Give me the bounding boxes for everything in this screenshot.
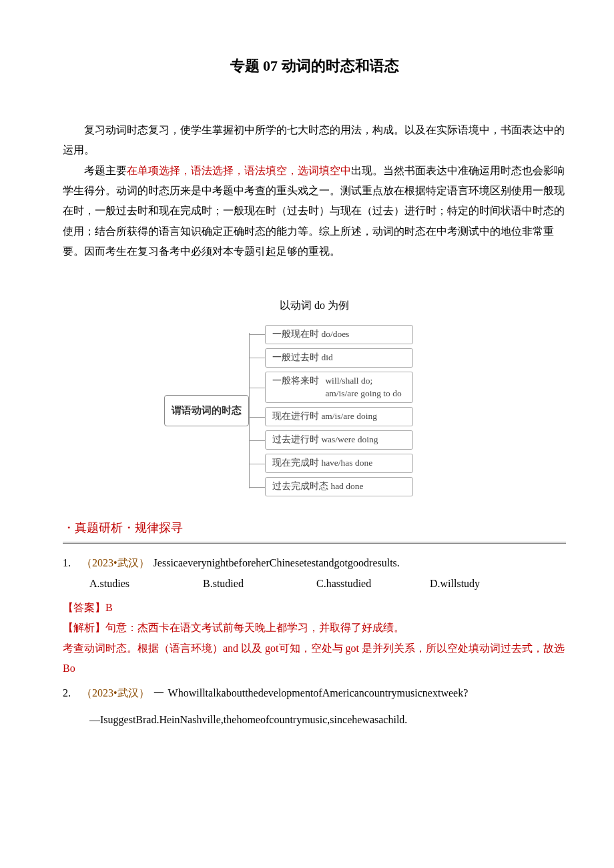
leaf-text: 现在进行时 am/is/are doing <box>272 411 377 421</box>
diagram-root: 谓语动词的时态 <box>164 395 249 426</box>
section-divider <box>63 542 566 544</box>
diagram-leaf: 一般过去时 did <box>265 348 465 368</box>
diagram-leaf: 一般现在时 do/does <box>265 325 465 344</box>
page-title: 专题 07 动词的时态和语态 <box>63 52 566 80</box>
leaf-text: 一般现在时 do/does <box>272 329 349 339</box>
leaf-text: 过去完成时态 had done <box>272 481 363 491</box>
q2-stem1: WhowilltalkaboutthedevelopmentofAmerican… <box>168 683 469 703</box>
q1-answer-block: 【答案】B 【解析】句意：杰西卡在语文考试前每天晚上都学习，并取得了好成绩。 考… <box>63 598 566 679</box>
intro-p2: 考题主要在单项选择，语法选择，语法填空，选词填空中出现。当然书面表达中准确运用时… <box>63 161 566 262</box>
question-2: 2. （2023•武汉） 一 Whowilltalkaboutthedevelo… <box>63 683 566 731</box>
explain-l2c: 可知，空处与 <box>279 642 346 654</box>
q1-opt-c: C.hasstudied <box>316 574 430 594</box>
question-1: 1. （2023•武汉） JessicaeverynightbeforeherC… <box>63 553 566 594</box>
leaf-text: 一般将来时 <box>272 376 319 386</box>
explain-l1: 句意：杰西卡在语文考试前每天晚上都学习，并取得了好成绩。 <box>105 622 404 633</box>
tense-diagram: 谓语动词的时态 一般现在时 do/does 一般过去时 did 一般将来时 wi… <box>164 321 465 500</box>
q2-num: 2. <box>63 683 77 703</box>
q2-tag: （2023•武汉） <box>81 683 149 703</box>
explain-got2: got <box>346 642 359 654</box>
q1-stem: JessicaeverynightbeforeherChinesetestand… <box>154 553 400 573</box>
intro-p1: 复习动词时态复习，使学生掌握初中所学的七大时态的用法，构成。以及在实际语境中，书… <box>63 120 566 161</box>
explain-l2b: 以及 <box>238 642 265 654</box>
intro-p2-red: 在单项选择，语法选择，语法填空，选词填空中 <box>127 165 351 176</box>
answer-label: 【答案】 <box>63 602 105 613</box>
diagram-caption: 以动词 do 为例 <box>63 296 566 316</box>
leaf-text: 现在完成时 have/has done <box>272 458 372 468</box>
diagram-leaf: 过去进行时 was/were doing <box>265 430 465 450</box>
explain-and: and <box>223 642 238 654</box>
diagram-leaf: 一般将来时 will/shall do; am/is/are going to … <box>265 372 465 404</box>
diagram-branches: 一般现在时 do/does 一般过去时 did 一般将来时 will/shall… <box>265 321 465 500</box>
leaf-sub: will/shall do; <box>325 375 401 388</box>
intro-p2-a: 考题主要 <box>84 165 127 176</box>
q1-options: A.studies B.studied C.hasstudied D.wills… <box>89 574 566 594</box>
explain-l2a: 考查动词时态。根据（语言环境） <box>63 642 223 654</box>
q1-tag: （2023•武汉） <box>81 553 149 573</box>
q1-opt-a: A.studies <box>89 574 203 594</box>
leaf-text: 一般过去时 did <box>272 352 333 362</box>
section-title: ・真题研析・规律探寻 <box>63 516 566 539</box>
q2-stem2-dash: — <box>89 714 100 725</box>
explain-l2d: 是并列关系，所以空处填动词过去式，故选 <box>359 642 565 654</box>
q1-opt-b: B.studied <box>203 574 316 594</box>
explain-got: got <box>265 642 278 654</box>
leaf-sub: am/is/are going to do <box>325 388 401 400</box>
diagram-leaf: 现在完成时 have/has done <box>265 454 465 473</box>
diagram-leaf: 现在进行时 am/is/are doing <box>265 407 465 426</box>
q2-dash: 一 <box>154 683 164 703</box>
explain-l3: Bo <box>63 659 566 679</box>
explain-label: 【解析】 <box>63 622 105 633</box>
q1-opt-d: D.willstudy <box>430 574 543 594</box>
answer-value: B <box>105 602 113 613</box>
q1-num: 1. <box>63 553 77 573</box>
diagram-leaf: 过去完成时态 had done <box>265 477 465 496</box>
leaf-text: 过去进行时 was/were doing <box>272 434 378 444</box>
q2-stem2: IsuggestBrad.HeinNashville,thehomeofcoun… <box>100 714 407 725</box>
intro-p2-b: 出现。当然书面表达中准确运用时态也会影响学生得分。动词的时态历来是中考题中考查的… <box>63 165 565 258</box>
